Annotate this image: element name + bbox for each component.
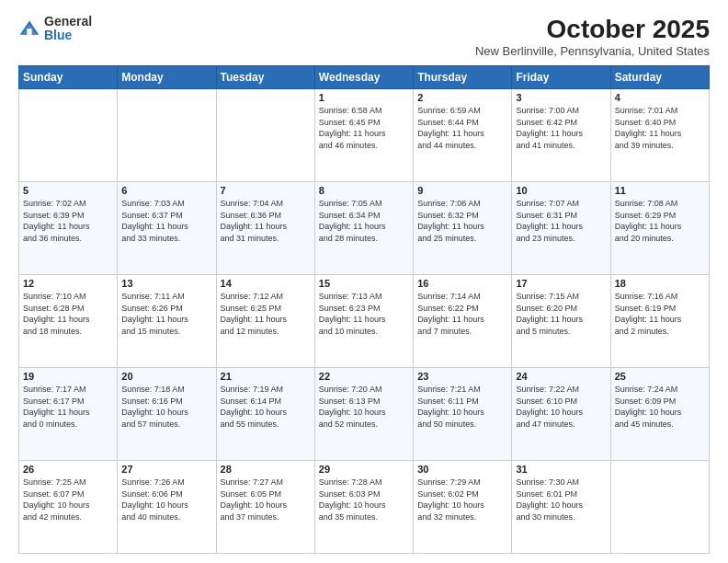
calendar-cell: 21Sunrise: 7:19 AM Sunset: 6:14 PM Dayli… [216,368,314,461]
day-info: Sunrise: 7:06 AM Sunset: 6:32 PM Dayligh… [417,198,507,244]
day-info: Sunrise: 7:11 AM Sunset: 6:26 PM Dayligh… [121,291,211,337]
calendar-cell: 10Sunrise: 7:07 AM Sunset: 6:31 PM Dayli… [512,182,610,275]
day-info: Sunrise: 7:30 AM Sunset: 6:01 PM Dayligh… [516,477,606,523]
title-block: October 2025 New Berlinville, Pennsylvan… [475,15,710,58]
day-info: Sunrise: 6:59 AM Sunset: 6:44 PM Dayligh… [417,105,507,151]
calendar-cell: 27Sunrise: 7:26 AM Sunset: 6:06 PM Dayli… [118,461,216,554]
day-number: 26 [23,464,113,475]
day-info: Sunrise: 7:05 AM Sunset: 6:34 PM Dayligh… [319,198,409,244]
day-info: Sunrise: 7:17 AM Sunset: 6:17 PM Dayligh… [23,384,113,430]
day-info: Sunrise: 7:27 AM Sunset: 6:05 PM Dayligh… [221,477,311,523]
day-number: 2 [417,92,507,103]
day-number: 25 [615,371,705,382]
logo-icon [18,17,40,40]
calendar-cell: 11Sunrise: 7:08 AM Sunset: 6:29 PM Dayli… [610,182,709,275]
header: General Blue October 2025 New Berlinvill… [18,15,710,58]
day-info: Sunrise: 7:10 AM Sunset: 6:28 PM Dayligh… [23,291,113,337]
calendar-cell: 6Sunrise: 7:03 AM Sunset: 6:37 PM Daylig… [118,182,216,275]
page: General Blue October 2025 New Berlinvill… [0,0,728,563]
day-info: Sunrise: 7:16 AM Sunset: 6:19 PM Dayligh… [615,291,705,337]
calendar-cell: 16Sunrise: 7:14 AM Sunset: 6:22 PM Dayli… [414,275,512,368]
calendar-cell: 23Sunrise: 7:21 AM Sunset: 6:11 PM Dayli… [414,368,512,461]
day-number: 15 [319,278,409,289]
col-sunday: Sunday [19,66,118,89]
week-row-2: 5Sunrise: 7:02 AM Sunset: 6:39 PM Daylig… [19,182,710,275]
day-number: 28 [221,464,311,475]
day-info: Sunrise: 7:13 AM Sunset: 6:23 PM Dayligh… [319,291,409,337]
calendar-cell [118,89,216,182]
day-number: 4 [615,92,705,103]
day-info: Sunrise: 7:15 AM Sunset: 6:20 PM Dayligh… [516,291,606,337]
calendar-cell: 4Sunrise: 7:01 AM Sunset: 6:40 PM Daylig… [610,89,709,182]
day-number: 19 [23,371,113,382]
logo-blue-text: Blue [44,29,92,42]
calendar-cell: 18Sunrise: 7:16 AM Sunset: 6:19 PM Dayli… [610,275,709,368]
week-row-3: 12Sunrise: 7:10 AM Sunset: 6:28 PM Dayli… [19,275,710,368]
day-number: 8 [319,185,409,196]
day-info: Sunrise: 7:29 AM Sunset: 6:02 PM Dayligh… [417,477,507,523]
calendar-table: Sunday Monday Tuesday Wednesday Thursday… [18,65,710,554]
day-number: 23 [417,371,507,382]
day-number: 21 [221,371,311,382]
calendar-cell: 30Sunrise: 7:29 AM Sunset: 6:02 PM Dayli… [414,461,512,554]
logo-text: General Blue [44,15,92,43]
subtitle: New Berlinville, Pennsylvania, United St… [475,44,710,58]
calendar-cell [216,89,314,182]
day-info: Sunrise: 7:18 AM Sunset: 6:16 PM Dayligh… [121,384,211,430]
calendar-cell: 12Sunrise: 7:10 AM Sunset: 6:28 PM Dayli… [19,275,118,368]
day-info: Sunrise: 7:21 AM Sunset: 6:11 PM Dayligh… [417,384,507,430]
day-info: Sunrise: 7:28 AM Sunset: 6:03 PM Dayligh… [319,477,409,523]
calendar-cell: 31Sunrise: 7:30 AM Sunset: 6:01 PM Dayli… [512,461,610,554]
calendar-cell: 17Sunrise: 7:15 AM Sunset: 6:20 PM Dayli… [512,275,610,368]
day-number: 3 [516,92,606,103]
day-info: Sunrise: 7:14 AM Sunset: 6:22 PM Dayligh… [417,291,507,337]
day-number: 18 [615,278,705,289]
day-info: Sunrise: 6:58 AM Sunset: 6:45 PM Dayligh… [319,105,409,151]
day-number: 16 [417,278,507,289]
day-info: Sunrise: 7:04 AM Sunset: 6:36 PM Dayligh… [221,198,311,244]
week-row-4: 19Sunrise: 7:17 AM Sunset: 6:17 PM Dayli… [19,368,710,461]
day-number: 20 [121,371,211,382]
day-info: Sunrise: 7:25 AM Sunset: 6:07 PM Dayligh… [23,477,113,523]
day-number: 5 [23,185,113,196]
calendar-cell: 25Sunrise: 7:24 AM Sunset: 6:09 PM Dayli… [610,368,709,461]
day-info: Sunrise: 7:19 AM Sunset: 6:14 PM Dayligh… [221,384,311,430]
day-info: Sunrise: 7:00 AM Sunset: 6:42 PM Dayligh… [516,105,606,151]
day-number: 30 [417,464,507,475]
calendar-cell: 2Sunrise: 6:59 AM Sunset: 6:44 PM Daylig… [414,89,512,182]
calendar-cell: 7Sunrise: 7:04 AM Sunset: 6:36 PM Daylig… [216,182,314,275]
calendar-cell: 28Sunrise: 7:27 AM Sunset: 6:05 PM Dayli… [216,461,314,554]
day-number: 29 [319,464,409,475]
day-number: 10 [516,185,606,196]
day-number: 31 [516,464,606,475]
calendar-cell: 9Sunrise: 7:06 AM Sunset: 6:32 PM Daylig… [414,182,512,275]
day-number: 9 [417,185,507,196]
day-info: Sunrise: 7:03 AM Sunset: 6:37 PM Dayligh… [121,198,211,244]
day-info: Sunrise: 7:20 AM Sunset: 6:13 PM Dayligh… [319,384,409,430]
calendar-cell: 5Sunrise: 7:02 AM Sunset: 6:39 PM Daylig… [19,182,118,275]
col-thursday: Thursday [414,66,512,89]
day-info: Sunrise: 7:24 AM Sunset: 6:09 PM Dayligh… [615,384,705,430]
day-info: Sunrise: 7:22 AM Sunset: 6:10 PM Dayligh… [516,384,606,430]
calendar-cell: 20Sunrise: 7:18 AM Sunset: 6:16 PM Dayli… [118,368,216,461]
col-friday: Friday [512,66,610,89]
calendar-cell: 15Sunrise: 7:13 AM Sunset: 6:23 PM Dayli… [314,275,413,368]
day-number: 14 [221,278,311,289]
main-title: October 2025 [475,15,710,44]
col-wednesday: Wednesday [314,66,413,89]
logo: General Blue [18,15,92,43]
day-number: 12 [23,278,113,289]
col-monday: Monday [118,66,216,89]
logo-general-text: General [44,15,92,29]
day-number: 7 [221,185,311,196]
calendar-cell: 13Sunrise: 7:11 AM Sunset: 6:26 PM Dayli… [118,275,216,368]
col-tuesday: Tuesday [216,66,314,89]
week-row-5: 26Sunrise: 7:25 AM Sunset: 6:07 PM Dayli… [19,461,710,554]
day-number: 1 [319,92,409,103]
svg-rect-2 [27,29,31,35]
calendar-cell: 8Sunrise: 7:05 AM Sunset: 6:34 PM Daylig… [314,182,413,275]
day-info: Sunrise: 7:12 AM Sunset: 6:25 PM Dayligh… [221,291,311,337]
col-saturday: Saturday [610,66,709,89]
calendar-cell: 22Sunrise: 7:20 AM Sunset: 6:13 PM Dayli… [314,368,413,461]
calendar-cell: 26Sunrise: 7:25 AM Sunset: 6:07 PM Dayli… [19,461,118,554]
